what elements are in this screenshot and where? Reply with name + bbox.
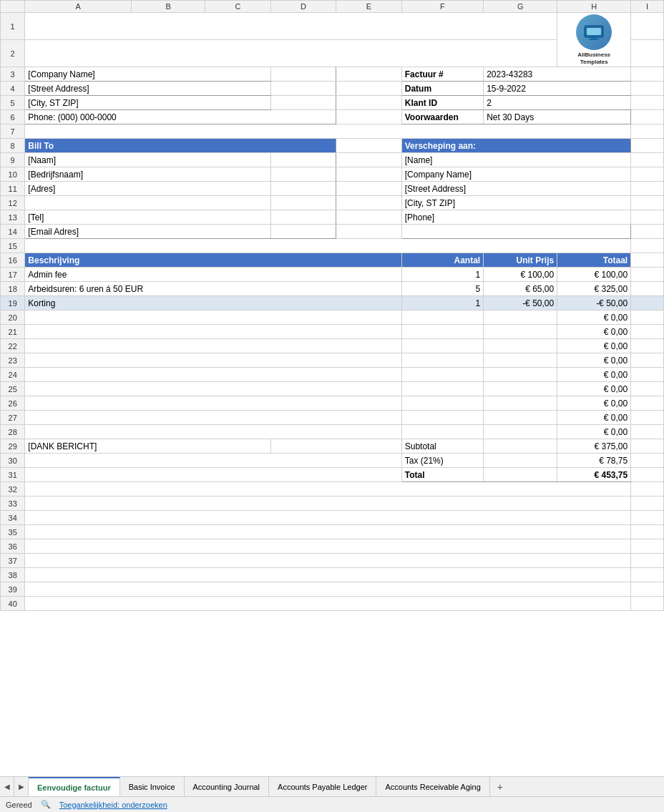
col-header-E[interactable]: E [336, 1, 402, 13]
tab-scroll-left[interactable]: ◀ [0, 777, 14, 797]
col-I-r14 [631, 225, 664, 239]
table-row: 34 [1, 511, 664, 525]
r3-d [270, 67, 336, 82]
status-accessibility[interactable]: Toegankelijkheid: onderzoeken [59, 801, 167, 809]
row-num-16: 16 [1, 253, 25, 268]
desc-r19[interactable]: Korting [25, 296, 401, 310]
tab-label-receivable: Accounts Receivable Aging [385, 783, 480, 791]
tab-payable-ledger[interactable]: Accounts Payable Ledger [269, 777, 376, 797]
totaal-header: Totaal [557, 253, 631, 268]
col-I-r3 [631, 67, 664, 82]
ship-to-address[interactable]: [Street Address] [401, 182, 630, 196]
company-phone-cell[interactable]: Phone: (000) 000-0000 [25, 110, 336, 124]
table-row[interactable]: 18 Arbeidsuren: 6 uren á 50 EUR 5 € 65,0… [1, 282, 664, 296]
tab-scroll-right[interactable]: ▶ [14, 777, 29, 797]
table-row: 36 [1, 539, 664, 554]
col-I-r2 [631, 40, 664, 67]
table-row: 9 [Naam] [Name] [1, 153, 664, 167]
r7-spacer [25, 124, 631, 139]
aantal-r17[interactable]: 1 [401, 268, 483, 282]
totaal-r17[interactable]: € 100,00 [557, 268, 631, 282]
desc-r17[interactable]: Admin fee [25, 268, 401, 282]
unit-r18[interactable]: € 65,00 [484, 282, 557, 296]
bill-to-bedrijf[interactable]: [Bedrijfsnaam] [25, 167, 270, 182]
col-header-D[interactable]: D [270, 1, 336, 13]
company-city-cell[interactable]: [City, ST ZIP] [25, 96, 270, 110]
col-header-A[interactable]: A [25, 1, 132, 13]
ship-to-phone[interactable]: [Phone] [401, 210, 630, 225]
tab-basic-invoice[interactable]: Basic Invoice [120, 777, 185, 797]
r13-d [270, 210, 336, 225]
table-row: 15 [1, 239, 664, 253]
col-I-r1 [631, 13, 664, 40]
col-header-I[interactable]: I [631, 1, 664, 13]
col-header-C[interactable]: C [205, 1, 271, 13]
unit-r19[interactable]: -€ 50,00 [484, 296, 557, 310]
r5-d [270, 96, 336, 110]
col-I-r19 [631, 296, 664, 310]
row-num-10: 10 [1, 167, 25, 182]
col-I-r4 [631, 82, 664, 96]
datum-value[interactable]: 15-9-2022 [484, 82, 631, 96]
table-row: 11 [Adres] [Street Address] [1, 182, 664, 196]
total-label: Total [401, 468, 483, 482]
logo-line1: AllBusiness [577, 52, 610, 59]
table-row: 27 € 0,00 [1, 411, 664, 425]
bill-to-naam[interactable]: [Naam] [25, 153, 270, 167]
beschrijving-header: Beschrijving [25, 253, 401, 268]
table-row: 25 € 0,00 [1, 382, 664, 396]
table-row: 26 € 0,00 [1, 396, 664, 411]
ship-to-company[interactable]: [Company Name] [401, 167, 630, 182]
unit-r17[interactable]: € 100,00 [484, 268, 557, 282]
aantal-r19[interactable]: 1 [401, 296, 483, 310]
ship-to-city[interactable]: [City, ST ZIP] [401, 196, 630, 210]
table-row: 10 [Bedrijfsnaam] [Company Name] [1, 167, 664, 182]
table-row[interactable]: 17 Admin fee 1 € 100,00 € 100,00 [1, 268, 664, 282]
table-row: 13 [Tel] [Phone] [1, 210, 664, 225]
bill-to-email[interactable]: [Email Adres] [25, 225, 270, 239]
table-row: 30 Tax (21%) € 78,75 [1, 454, 664, 468]
sheet-tabs-bar: ◀ ▶ Eenvoudige factuur Basic Invoice Acc… [0, 776, 664, 796]
totaal-r18[interactable]: € 325,00 [557, 282, 631, 296]
dank-bericht[interactable]: [DANK BERICHT] [25, 439, 270, 454]
table-row: 38 [1, 568, 664, 582]
desc-r18[interactable]: Arbeidsuren: 6 uren á 50 EUR [25, 282, 401, 296]
bill-to-tel[interactable]: [Tel] [25, 210, 270, 225]
aantal-r18[interactable]: 5 [401, 282, 483, 296]
col-header-H[interactable]: H [557, 1, 631, 13]
title-spacer [336, 13, 557, 40]
table-row: 35 [1, 525, 664, 539]
add-sheet-button[interactable]: + [490, 777, 510, 797]
col-I-r10 [631, 167, 664, 182]
table-row: 40 [1, 597, 664, 611]
table-row: 37 [1, 554, 664, 568]
totaal-r19[interactable]: -€ 50,00 [557, 296, 631, 310]
klant-value[interactable]: 2 [484, 96, 631, 110]
company-address-cell[interactable]: [Street Address] [25, 82, 270, 96]
bill-to-adres[interactable]: [Adres] [25, 182, 270, 196]
tab-label-basic: Basic Invoice [129, 783, 175, 791]
spreadsheet-area[interactable]: A B C D E F G H I 1 [0, 0, 664, 776]
table-row: 32 [1, 482, 664, 497]
tab-receivable-aging[interactable]: Accounts Receivable Aging [376, 777, 489, 797]
klant-label: Klant ID [401, 96, 483, 110]
table-row: 14 [Email Adres] [1, 225, 664, 239]
r6-e [336, 110, 402, 124]
col-header-G[interactable]: G [484, 1, 557, 13]
voorwaarden-value[interactable]: Net 30 Days [484, 110, 631, 124]
svg-rect-2 [591, 37, 597, 39]
col-I-r12 [631, 196, 664, 210]
status-icon: 🔍 [41, 800, 51, 809]
row-num-3: 3 [1, 67, 25, 82]
r10-d [270, 167, 336, 182]
col-header-B[interactable]: B [132, 1, 205, 13]
logo-icon [576, 14, 612, 50]
ship-to-name[interactable]: [Name] [401, 153, 630, 167]
ship-to-header: Verscheping aan: [401, 139, 630, 153]
col-header-F[interactable]: F [401, 1, 483, 13]
table-row[interactable]: 19 Korting 1 -€ 50,00 -€ 50,00 [1, 296, 664, 310]
tab-eenvoudige-factuur[interactable]: Eenvoudige factuur [29, 777, 120, 797]
company-name-cell[interactable]: [Company Name] [25, 67, 270, 82]
factuur-num-value[interactable]: 2023-43283 [484, 67, 631, 82]
tab-accounting-journal[interactable]: Accounting Journal [185, 777, 270, 797]
